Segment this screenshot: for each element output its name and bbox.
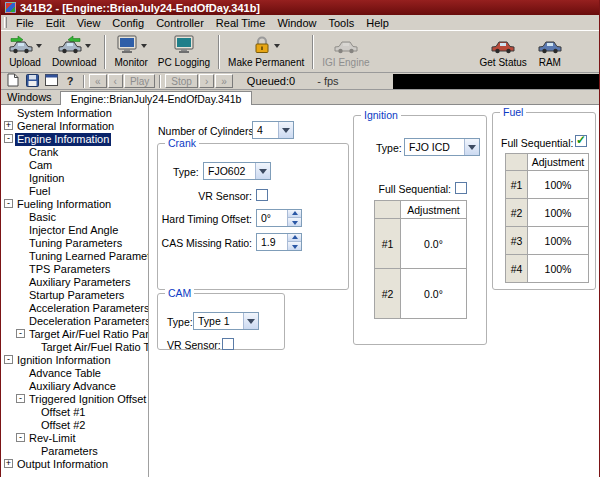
tree-item-label: Target Air/Fuel Ratio Parameters — [27, 328, 149, 341]
tree-item-deceleration-parameters[interactable]: Deceleration Parameters — [1, 315, 148, 328]
adjustment-cell[interactable]: 0.0° — [401, 219, 467, 269]
tree-item-ignition[interactable]: Ignition — [1, 172, 148, 185]
menu-file[interactable]: File — [10, 15, 40, 30]
fuel-full-sequential-checkbox[interactable] — [575, 135, 587, 147]
tree-item-fueling-information[interactable]: -Fueling Information — [1, 198, 148, 211]
cam-vr-checkbox[interactable] — [222, 338, 234, 350]
chevron-down-icon[interactable] — [255, 163, 270, 179]
tree-item-advance-table[interactable]: Advance Table — [1, 367, 148, 380]
tree-item-ignition-information[interactable]: -Ignition Information — [1, 354, 148, 367]
cylinders-select[interactable]: 4 — [252, 121, 294, 139]
menu-tools[interactable]: Tools — [323, 15, 361, 30]
spin-up-icon[interactable] — [287, 234, 301, 242]
adjustment-cell[interactable]: 100% — [528, 199, 589, 227]
download-button[interactable]: Download — [47, 32, 101, 72]
table-row: #1100% — [506, 171, 589, 199]
tree-item-crank[interactable]: Crank — [1, 146, 148, 159]
tree-item-target-air-fuel-ratio-parameters[interactable]: -Target Air/Fuel Ratio Parameters — [1, 328, 148, 341]
step-back-button[interactable]: ‹ — [108, 74, 123, 88]
make-permanent-button[interactable]: Make Permanent — [223, 32, 309, 72]
get-status-button[interactable]: Get Status — [475, 32, 532, 72]
spin-up-icon[interactable] — [287, 210, 301, 218]
play-button[interactable]: Play — [124, 74, 155, 88]
ram-button[interactable]: RAM — [532, 32, 568, 72]
menu-window[interactable]: Window — [271, 15, 322, 30]
hard-timing-offset-spinner[interactable]: 0° — [256, 209, 302, 227]
collapse-icon[interactable]: - — [16, 394, 25, 403]
stop-button[interactable]: Stop — [165, 74, 198, 88]
tree-item-basic[interactable]: Basic — [1, 211, 148, 224]
tree-item-system-information[interactable]: System Information — [1, 107, 148, 120]
tree-item-label: Offset #1 — [39, 406, 87, 419]
collapse-icon[interactable]: - — [16, 329, 25, 338]
ignition-full-sequential-checkbox[interactable] — [455, 182, 467, 194]
cas-missing-ratio-spinner[interactable]: 1.9 — [256, 233, 302, 251]
tree-item-acceleration-parameters[interactable]: Acceleration Parameters — [1, 302, 148, 315]
collapse-icon[interactable]: - — [16, 433, 25, 442]
tree-item-target-air-fuel-ratio-table[interactable]: Target Air/Fuel Ratio Table — [1, 341, 148, 354]
skip-back-button[interactable]: « — [89, 74, 107, 88]
menu-help[interactable]: Help — [360, 15, 395, 30]
tree-item-startup-parameters[interactable]: Startup Parameters — [1, 289, 148, 302]
tree-item-output-information[interactable]: +Output Information — [1, 458, 148, 471]
pc-logging-icon — [172, 35, 196, 57]
upload-button[interactable]: Upload — [3, 32, 47, 72]
monitor-button[interactable]: Monitor — [109, 32, 152, 72]
tree-item-offset-1[interactable]: Offset #1 — [1, 406, 148, 419]
skip-forward-button[interactable]: » — [215, 74, 233, 88]
menu-config[interactable]: Config — [106, 15, 150, 30]
tree-item-fuel[interactable]: Fuel — [1, 185, 148, 198]
tree-item-label: Basic — [27, 211, 58, 224]
new-file-button[interactable] — [4, 74, 22, 89]
spin-down-icon[interactable] — [287, 242, 301, 250]
ignition-type-select[interactable]: FJO ICD — [404, 138, 480, 156]
tree-item-engine-information[interactable]: -Engine Information — [1, 133, 148, 146]
tree-item-parameters[interactable]: Parameters — [1, 445, 148, 458]
spin-down-icon[interactable] — [287, 218, 301, 226]
crank-type-select[interactable]: FJO602 — [203, 162, 271, 180]
tree-item-tuning-parameters[interactable]: Tuning Parameters — [1, 237, 148, 250]
dropdown-arrow-icon[interactable] — [36, 44, 42, 51]
save-button[interactable] — [23, 74, 41, 89]
tree-item-general-information[interactable]: +General Information — [1, 120, 148, 133]
window-button[interactable] — [42, 74, 60, 89]
adjustment-cell[interactable]: 100% — [528, 227, 589, 255]
igi-engine-button[interactable]: IGI Engine — [317, 32, 374, 72]
pc-logging-button[interactable]: PC Logging — [153, 32, 215, 72]
help-button[interactable]: ? — [61, 74, 79, 89]
tree-item-tps-parameters[interactable]: TPS Parameters — [1, 263, 148, 276]
tree-item-offset-2[interactable]: Offset #2 — [1, 419, 148, 432]
expand-icon[interactable]: + — [4, 459, 13, 468]
dropdown-arrow-icon[interactable] — [85, 44, 91, 51]
expand-icon[interactable]: + — [4, 121, 13, 130]
tree-item-cam[interactable]: Cam — [1, 159, 148, 172]
chevron-down-icon[interactable] — [278, 122, 293, 138]
menu-controller[interactable]: Controller — [150, 15, 210, 30]
step-forward-button[interactable]: › — [199, 74, 214, 88]
adjustment-cell[interactable]: 100% — [528, 255, 589, 283]
tree-item-tuning-learned-parameters[interactable]: Tuning Learned Parameters — [1, 250, 148, 263]
adjustment-cell[interactable]: 0.0° — [401, 269, 467, 319]
cam-type-select[interactable]: Type 1 — [193, 312, 259, 330]
new-file-icon — [7, 73, 19, 89]
tree-item-injector-end-angle[interactable]: Injector End Angle — [1, 224, 148, 237]
tree-item-auxiliary-advance[interactable]: Auxiliary Advance — [1, 380, 148, 393]
crank-vr-label: VR Sensor: — [158, 190, 252, 202]
chevron-down-icon[interactable] — [464, 139, 479, 155]
chevron-down-icon[interactable] — [243, 313, 258, 329]
crank-vr-checkbox[interactable] — [256, 189, 268, 201]
collapse-icon[interactable]: - — [4, 355, 13, 364]
tree-item-label: Ignition Information — [15, 354, 113, 367]
collapse-icon[interactable]: - — [4, 199, 13, 208]
menu-real-time[interactable]: Real Time — [210, 15, 272, 30]
menu-edit[interactable]: Edit — [40, 15, 71, 30]
tree-item-auxiliary-parameters[interactable]: Auxiliary Parameters — [1, 276, 148, 289]
dropdown-arrow-icon[interactable] — [274, 44, 280, 51]
tree-item-triggered-ignition-offset[interactable]: -Triggered Ignition Offset — [1, 393, 148, 406]
tree-item-rev-limit[interactable]: -Rev-Limit — [1, 432, 148, 445]
collapse-icon[interactable]: - — [4, 134, 13, 143]
dropdown-arrow-icon[interactable] — [141, 44, 147, 51]
menu-view[interactable]: View — [71, 15, 107, 30]
adjustment-cell[interactable]: 100% — [528, 171, 589, 199]
tab-engine-file[interactable]: Engine::BrianJuly24-EndOfDay.341b — [60, 91, 253, 105]
